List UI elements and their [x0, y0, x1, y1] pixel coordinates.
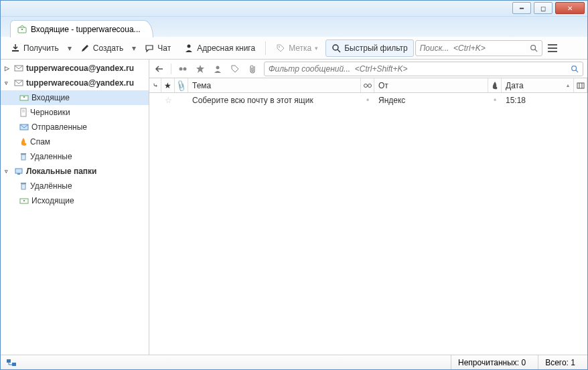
svg-point-23 [183, 67, 187, 70]
glasses-icon [363, 83, 372, 88]
folder-inbox[interactable]: Входящие [1, 90, 149, 105]
quick-filter-button[interactable]: Быстрый фильтр [325, 39, 413, 57]
local-trash[interactable]: Удалённые [1, 179, 149, 193]
sort-asc-icon: ▴ [567, 82, 569, 88]
filter-toolbar [149, 60, 587, 78]
col-junk[interactable] [488, 78, 502, 92]
filter-tag-icon[interactable] [229, 63, 241, 75]
get-mail-dropdown[interactable]: ▾ [66, 43, 73, 53]
mail-account-icon [14, 64, 23, 72]
svg-rect-19 [21, 184, 25, 189]
folder-drafts[interactable]: Черновики [1, 105, 149, 120]
svg-point-3 [279, 46, 280, 48]
app-menu-button[interactable] [544, 39, 561, 57]
svg-line-26 [576, 70, 578, 72]
filter-attachment-icon[interactable] [246, 63, 259, 75]
twisty-icon[interactable]: ▿ [5, 80, 11, 86]
trash-icon [19, 152, 27, 161]
star-toggle[interactable]: ☆ [161, 96, 175, 105]
global-search[interactable] [415, 40, 542, 56]
message-date: 15:18 [506, 96, 526, 105]
flame-icon [492, 82, 498, 90]
col-thread[interactable]: ⤷ [149, 78, 161, 92]
message-filter[interactable] [264, 62, 583, 76]
main-toolbar: Получить ▾ Создать ▾ Чат Адресная книга … [1, 37, 587, 60]
folder-spam[interactable]: Спам [1, 134, 149, 149]
folder-sent[interactable]: Отправленные [1, 120, 149, 134]
folder-trash[interactable]: Удаленные [1, 149, 149, 164]
svg-rect-15 [21, 155, 25, 160]
col-star[interactable]: ★ [161, 78, 175, 92]
folder-outbox[interactable]: Исходящие [1, 193, 149, 208]
twisty-icon[interactable]: ▷ [5, 65, 11, 72]
status-unread: Непрочитанных: 0 [451, 355, 532, 369]
clip-icon: 📎 [175, 79, 188, 92]
chat-icon [145, 43, 154, 53]
status-total: Всего: 1 [538, 355, 582, 369]
col-from[interactable]: От [374, 78, 488, 92]
message-list: ☆ Соберите всю почту в этот ящик • Яндек… [149, 93, 587, 355]
star-icon: ★ [164, 81, 171, 90]
tag-icon [276, 43, 285, 53]
column-headers: ⤷ ★ 📎 Тема От Дата▴ [149, 78, 587, 93]
column-picker-icon [577, 82, 585, 89]
svg-rect-20 [21, 183, 26, 184]
message-subject: Соберите всю почту в этот ящик [192, 96, 313, 105]
maximize-button[interactable]: ◻ [534, 2, 553, 14]
account-2[interactable]: ▿ tupperwarecoua@yandex.ru [1, 76, 149, 90]
local-folders[interactable]: ▿ Локальные папки [1, 164, 149, 179]
pencil-icon [80, 43, 90, 53]
close-button[interactable]: ✕ [555, 2, 585, 14]
svg-point-6 [530, 45, 535, 50]
account-1[interactable]: ▷ tupperwarecoua@yandex.ru [1, 61, 149, 76]
mail-account-icon [14, 79, 23, 87]
svg-point-24 [216, 66, 220, 69]
minimize-button[interactable]: ━ [512, 2, 531, 14]
col-subject[interactable]: Тема [188, 78, 361, 92]
col-read[interactable] [361, 78, 374, 92]
filter-unread-icon[interactable] [177, 63, 189, 75]
address-book-button[interactable]: Адресная книга [178, 39, 261, 57]
get-mail-button[interactable]: Получить [5, 39, 65, 57]
svg-rect-16 [21, 153, 26, 155]
filter-starred-icon[interactable] [194, 63, 206, 75]
write-dropdown[interactable]: ▾ [131, 43, 137, 53]
col-picker[interactable] [574, 78, 587, 92]
sent-icon [19, 123, 29, 131]
svg-point-27 [364, 84, 367, 87]
inbox-icon [17, 25, 27, 34]
twisty-icon[interactable]: ▿ [5, 168, 11, 175]
computer-icon [14, 167, 23, 175]
svg-rect-29 [577, 83, 584, 88]
thread-icon: ⤷ [153, 82, 158, 89]
flame-icon [19, 137, 27, 147]
svg-line-5 [338, 50, 340, 52]
window-titlebar: ━ ◻ ✕ [1, 1, 587, 17]
svg-point-4 [333, 45, 338, 50]
col-attachment[interactable]: 📎 [175, 78, 188, 92]
svg-point-2 [188, 44, 191, 48]
chat-button[interactable]: Чат [139, 39, 177, 57]
svg-point-25 [572, 66, 577, 70]
search-icon [571, 65, 579, 73]
filter-contact-icon[interactable] [212, 63, 224, 75]
message-pane: ⤷ ★ 📎 Тема От Дата▴ ☆ Соберите всю почту… [149, 60, 587, 355]
message-from: Яндекс [378, 96, 405, 105]
search-input[interactable] [420, 43, 526, 53]
svg-rect-1 [12, 50, 19, 52]
activity-icon[interactable] [6, 359, 17, 367]
tag-button[interactable]: Метка ▾ [270, 39, 324, 57]
tab-title: Входящие - tupperwarecoua... [31, 25, 141, 34]
folder-tree: ▷ tupperwarecoua@yandex.ru ▿ tupperwarec… [1, 60, 149, 355]
status-bar: Непрочитанных: 0 Всего: 1 [1, 355, 587, 369]
filter-input[interactable] [269, 64, 567, 74]
write-button[interactable]: Создать [74, 39, 130, 57]
tab-inbox[interactable]: Входящие - tupperwarecoua... [10, 20, 153, 37]
download-icon [11, 43, 20, 53]
chevron-down-icon: ▾ [315, 45, 318, 52]
col-date[interactable]: Дата▴ [502, 78, 574, 92]
drafts-icon [19, 108, 27, 117]
back-arrow-icon[interactable] [153, 63, 165, 75]
outbox-icon [19, 197, 29, 205]
message-row[interactable]: ☆ Соберите всю почту в этот ящик • Яндек… [149, 93, 587, 108]
